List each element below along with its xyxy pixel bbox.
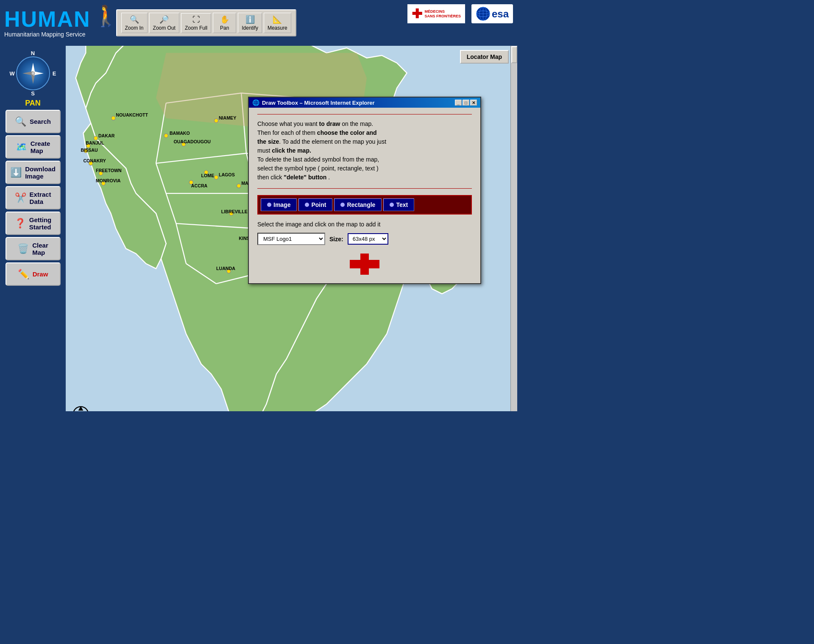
draw-point-label: Point <box>311 201 326 208</box>
image-select-instruction: Select the image and click on the map to… <box>257 221 472 228</box>
msf-logo: ✚ MÉDECINSSANS FRONTIÈRES <box>407 4 465 23</box>
zoom-in-icon: 🔍 <box>130 15 139 24</box>
image-dropdown[interactable]: MSF Logo1 MSF Logo2 MSF Logo3 <box>257 233 325 245</box>
compass-south: S <box>31 90 35 97</box>
svg-point-52 <box>237 184 241 188</box>
zoom-out-label: Zoom Out <box>153 25 176 31</box>
compass: N S E W <box>10 50 56 97</box>
download-icon: ⬇️ <box>10 167 22 178</box>
minimize-button[interactable]: _ <box>455 100 462 106</box>
svg-point-38 <box>112 116 115 120</box>
svg-text:CONAKRY: CONAKRY <box>83 158 106 163</box>
svg-text:DAKAR: DAKAR <box>98 133 115 138</box>
search-icon: 🔍 <box>15 116 26 127</box>
draw-point-button[interactable]: Point <box>298 198 332 211</box>
zoom-in-button[interactable]: 🔍 Zoom In <box>121 13 148 33</box>
locator-map-label: Locator Map <box>467 53 502 60</box>
logo-area: HUMAN Humanitarian Mapping Service <box>4 8 91 38</box>
getting-started-button[interactable]: ❓ GettingStarted <box>6 212 61 235</box>
zoom-full-label: Zoom Full <box>185 25 207 31</box>
svg-text:OUAGADOUGOU: OUAGADOUGOU <box>173 139 211 144</box>
help-icon: ❓ <box>14 218 26 229</box>
locator-map-button[interactable]: Locator Map <box>460 50 509 64</box>
svg-text:BANJUL: BANJUL <box>86 140 104 145</box>
size-dropdown[interactable]: 63x48 px 32x24 px 126x96 px <box>348 233 388 245</box>
search-label: Search <box>30 118 51 125</box>
extract-data-button[interactable]: ✂️ ExtractData <box>6 186 61 209</box>
create-map-button[interactable]: 🗺️ CreateMap <box>6 135 61 159</box>
svg-text:LIBREVILLE: LIBREVILLE <box>221 209 248 215</box>
zoom-out-button[interactable]: 🔎 Zoom Out <box>149 13 179 33</box>
map-scrollbar[interactable] <box>510 46 517 411</box>
draw-text-button[interactable]: Text <box>383 198 414 211</box>
header: HUMAN Humanitarian Mapping Service 🚶 🔍 Z… <box>0 0 517 46</box>
svg-text:LOME: LOME <box>201 173 215 178</box>
pan-label: PAN <box>25 99 41 108</box>
download-image-label: DownloadImage <box>25 165 56 180</box>
image-options-row: MSF Logo1 MSF Logo2 MSF Logo3 Size: 63x4… <box>257 233 472 245</box>
extract-data-label: ExtractData <box>30 191 51 205</box>
esa-globe-icon <box>476 6 491 21</box>
draw-toolbox-window: 🌐 Draw Toolbox – Microsoft Internet Expl… <box>248 97 481 284</box>
zoom-in-label: Zoom In <box>125 25 144 31</box>
identify-button[interactable]: ℹ️ Identify <box>238 13 262 33</box>
svg-text:BISSAU: BISSAU <box>81 148 98 153</box>
compass-east: E <box>53 70 56 77</box>
pan-icon: ✋ <box>220 15 229 24</box>
svg-text:BAMAKO: BAMAKO <box>170 131 190 136</box>
toolbox-titlebar[interactable]: 🌐 Draw Toolbox – Microsoft Internet Expl… <box>249 98 480 108</box>
create-map-icon: 🗺️ <box>16 142 27 153</box>
msf-preview-svg <box>348 251 382 277</box>
toolbox-window-controls: _ □ ✕ <box>455 100 477 106</box>
measure-label: Measure <box>268 25 287 31</box>
size-label: Size: <box>329 236 343 243</box>
msf-logo-preview <box>257 251 472 277</box>
zoom-full-icon: ⛶ <box>192 15 200 24</box>
zoom-out-icon: 🔎 <box>159 15 169 24</box>
text-radio <box>390 203 394 207</box>
pan-label-toolbar: Pan <box>220 25 229 31</box>
compass-west: W <box>10 70 15 77</box>
clear-map-button[interactable]: 🗑️ ClearMap <box>6 237 61 260</box>
sidebar: N S E W PAN 🔍 Search 🗺️ Creat <box>0 46 66 411</box>
svg-point-9 <box>31 72 35 75</box>
app-subtitle: Humanitarian Mapping Service <box>4 31 85 38</box>
download-image-button[interactable]: ⬇️ DownloadImage <box>6 161 61 184</box>
partner-logos: ✚ MÉDECINSSANS FRONTIÈRES esa <box>407 4 513 23</box>
human-figure-icon: 🚶 <box>93 4 119 28</box>
compass-north: N <box>31 50 35 56</box>
maximize-button[interactable]: □ <box>463 100 469 106</box>
esa-text: esa <box>492 8 509 20</box>
main-toolbar: 🔍 Zoom In 🔎 Zoom Out ⛶ Zoom Full ✋ Pan ℹ… <box>116 9 296 36</box>
map-container[interactable]: NOUAKCHOTT DAKAR BANJUL BISSAU CONAKRY F… <box>66 46 517 411</box>
pan-button[interactable]: ✋ Pan <box>213 13 236 33</box>
draw-rectangle-button[interactable]: Rectangle <box>334 198 382 211</box>
svg-text:LUANDA: LUANDA <box>216 266 235 271</box>
svg-point-47 <box>214 119 218 123</box>
svg-text:NOUAKCHOTT: NOUAKCHOTT <box>116 112 148 117</box>
scrollbar-thumb[interactable] <box>511 46 517 63</box>
search-button[interactable]: 🔍 Search <box>6 110 61 133</box>
zoom-full-button[interactable]: ⛶ Zoom Full <box>181 13 211 33</box>
draw-rectangle-label: Rectangle <box>347 201 375 208</box>
draw-text-label: Text <box>396 201 408 208</box>
draw-image-label: Image <box>273 201 290 208</box>
draw-button[interactable]: ✏️ Draw <box>6 262 61 286</box>
rectangle-radio <box>340 203 345 207</box>
svg-point-39 <box>94 136 98 140</box>
draw-label: Draw <box>33 270 48 278</box>
draw-type-selector: Image Point Rectangle Text <box>257 195 472 215</box>
point-radio <box>305 203 309 207</box>
compass-circle <box>16 56 50 90</box>
svg-text:MONROVIA: MONROVIA <box>96 178 121 183</box>
measure-button[interactable]: 📐 Measure <box>264 13 291 33</box>
extract-icon: ✂️ <box>15 192 26 204</box>
image-radio <box>267 203 271 207</box>
toolbox-title-left: 🌐 Draw Toolbox – Microsoft Internet Expl… <box>252 99 375 106</box>
draw-image-button[interactable]: Image <box>261 198 297 211</box>
ie-icon: 🌐 <box>252 99 259 106</box>
svg-point-45 <box>164 134 168 137</box>
close-button[interactable]: ✕ <box>470 100 477 106</box>
svg-text:ACCRA: ACCRA <box>191 183 208 188</box>
toolbox-title: Draw Toolbox – Microsoft Internet Explor… <box>262 100 375 106</box>
